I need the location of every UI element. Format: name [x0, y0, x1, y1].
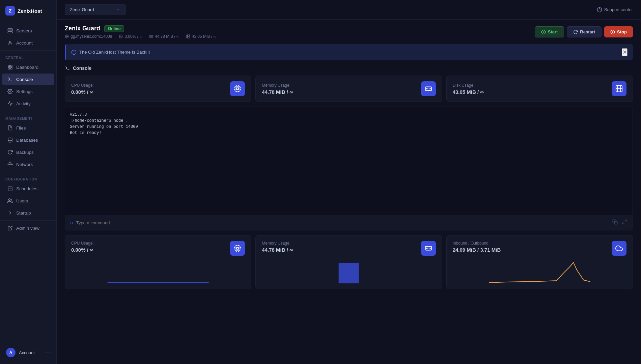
disk-meta-icon	[186, 34, 190, 38]
svg-rect-27	[119, 35, 122, 38]
terminal-line-2: !/home/container$ node .	[70, 118, 628, 124]
bottom-memory-header: Memory Usage: 44.78 MiB / ∞	[262, 241, 436, 256]
avatar: A	[6, 348, 16, 357]
disk-stat-icon	[612, 81, 626, 96]
bottom-network-info: Inbound / Outbound: 24.09 MiB / 3.71 MiB	[453, 241, 501, 253]
bottom-memory-card: Memory Usage: 44.78 MiB / ∞	[255, 235, 442, 289]
sidebar-item-account-top[interactable]: Account	[2, 37, 54, 49]
activity-icon	[7, 101, 13, 106]
bottom-memory-svg-icon	[425, 245, 432, 252]
logo-icon: Z	[5, 6, 15, 16]
bottom-memory-value: 44.78 MiB / ∞	[262, 247, 293, 253]
memory-stat-icon	[421, 81, 436, 96]
bottom-memory-icon	[421, 241, 436, 256]
schedules-label: Schedules	[16, 186, 37, 191]
account-bottom-label: Account	[19, 350, 41, 355]
support-center-link[interactable]: Support center	[597, 7, 633, 12]
terminal-fullscreen-button[interactable]	[621, 219, 628, 227]
terminal-icon	[65, 65, 70, 71]
sidebar-item-network[interactable]: Network	[2, 159, 54, 170]
databases-label: Databases	[16, 138, 38, 143]
cpu-icon	[234, 85, 241, 92]
console-label: Console	[16, 77, 33, 82]
banner-close-button[interactable]: ✕	[622, 48, 628, 56]
terminal-command-input[interactable]	[76, 220, 609, 225]
cpu-stat-info: CPU Usage: 0.00% / ∞	[71, 83, 94, 95]
bottom-stats-row: CPU Usage: 0.00% / ∞ Memor	[65, 235, 633, 289]
sidebar-item-backups[interactable]: Backups	[2, 146, 54, 158]
files-icon	[7, 125, 13, 131]
sidebar-item-servers[interactable]: Servers	[2, 25, 54, 36]
schedules-icon	[7, 186, 13, 191]
svg-rect-85	[339, 263, 359, 283]
svg-rect-5	[10, 65, 12, 67]
info-icon	[71, 50, 77, 55]
svg-rect-17	[8, 187, 12, 191]
terminal-copy-button[interactable]	[612, 219, 618, 227]
server-select-dropdown[interactable]: Zenix Guard	[65, 4, 126, 15]
start-button[interactable]: Start	[535, 26, 564, 37]
bottom-network-header: Inbound / Outbound: 24.09 MiB / 3.71 MiB	[453, 241, 626, 256]
dashboard-icon	[7, 64, 13, 70]
sidebar-item-startup[interactable]: Startup	[2, 207, 54, 219]
sidebar-item-console[interactable]: Console	[2, 74, 54, 85]
svg-point-10	[8, 138, 12, 139]
sidebar-item-dashboard[interactable]: Dashboard	[2, 61, 54, 73]
sidebar-item-activity[interactable]: Activity	[2, 98, 54, 109]
svg-point-3	[9, 41, 11, 43]
sidebar-item-databases[interactable]: Databases	[2, 134, 54, 146]
sidebar-item-schedules[interactable]: Schedules	[2, 183, 54, 194]
cpu-meta-icon	[119, 34, 123, 38]
stop-button[interactable]: Stop	[604, 26, 633, 37]
restart-button[interactable]: Restart	[567, 26, 602, 37]
server-address: gg.myzenix.com:14009	[65, 34, 112, 39]
divider-general	[0, 50, 56, 51]
svg-line-22	[10, 226, 12, 228]
banner-text: The Old ZenixHost Theme Is Back!!!	[79, 50, 150, 55]
restart-label: Restart	[580, 29, 595, 34]
disk-stat-value: 43.05 MiB / ∞	[453, 89, 484, 95]
server-disk-meta: 43.05 MiB / ∞	[186, 34, 217, 39]
terminal-prompt-icon: ››	[70, 220, 74, 226]
admin-view-icon	[7, 225, 13, 231]
terminal-body[interactable]: v21.7.3 !/home/container$ node . Server …	[65, 107, 633, 215]
terminal-line-3: Server running on port 14009	[70, 124, 628, 130]
stop-label: Stop	[617, 29, 627, 34]
main-content: Zenix Guard Support center Zenix Guard O…	[57, 0, 641, 364]
sidebar-item-files[interactable]: Files	[2, 122, 54, 134]
sidebar: Z ZenixHost Servers Account GENERAL Dash…	[0, 0, 57, 364]
console-title-text: Console	[73, 65, 91, 71]
bottom-network-icon	[612, 241, 626, 256]
app-name: ZenixHost	[18, 8, 42, 14]
activity-label: Activity	[16, 101, 31, 106]
memory-stat-info: Memory Usage: 44.78 MiB / ∞	[262, 83, 293, 95]
sidebar-item-users[interactable]: Users	[2, 195, 54, 206]
network-icon	[7, 162, 13, 167]
bottom-cpu-label: CPU Usage:	[71, 241, 94, 246]
configuration-section-label: CONFIGURATION	[0, 173, 56, 183]
terminal-line-1: v21.7.3	[70, 112, 628, 118]
svg-rect-51	[235, 86, 240, 91]
svg-rect-46	[612, 31, 613, 33]
server-name: Zenix Guard	[65, 25, 100, 32]
terminal-actions	[612, 219, 628, 227]
svg-rect-0	[8, 29, 12, 30]
account-menu-icon[interactable]: ⋯	[44, 349, 50, 356]
svg-rect-70	[235, 246, 240, 251]
sidebar-item-settings[interactable]: Settings	[2, 86, 54, 97]
memory-chart	[262, 260, 436, 283]
server-name-row: Zenix Guard Online	[65, 25, 216, 32]
sidebar-item-admin-view[interactable]: Admin view	[2, 222, 54, 234]
support-label: Support center	[604, 7, 633, 12]
memory-stat-card: Memory Usage: 44.78 MiB / ∞	[255, 76, 442, 102]
servers-icon	[7, 28, 13, 33]
account-bottom-item[interactable]: A Account ⋯	[3, 345, 54, 360]
general-section-label: GENERAL	[0, 52, 56, 61]
admin-view-label: Admin view	[16, 226, 39, 231]
app-logo[interactable]: Z ZenixHost	[0, 0, 56, 22]
users-label: Users	[16, 198, 28, 203]
cpu-stat-card: CPU Usage: 0.00% / ∞	[65, 76, 251, 102]
settings-label: Settings	[16, 89, 33, 94]
copy-icon	[612, 219, 618, 225]
settings-icon	[7, 89, 13, 94]
